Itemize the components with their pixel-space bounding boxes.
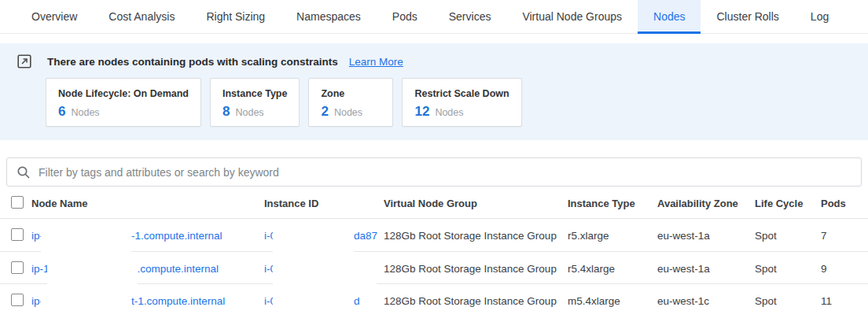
life-cycle-cell: Spot [755, 263, 821, 275]
tab-namespaces[interactable]: Namespaces [281, 0, 377, 33]
instance-id-suffix: d [354, 295, 360, 307]
tab-log[interactable]: Log [795, 0, 844, 33]
tab-label: Virtual Node Groups [522, 10, 622, 23]
search-icon [17, 165, 31, 179]
availability-zone-cell: eu-west-1a [657, 230, 755, 242]
card-title: Restrict Scale Down [414, 88, 509, 99]
pods-count-cell: 9 [821, 263, 868, 275]
instance-type-cell: r5.4xlarge [568, 263, 657, 275]
column-header-availability-zone: Availability Zone [657, 198, 755, 209]
constraint-card-restrict-scale-down[interactable]: Restrict Scale Down 12 Nodes [402, 78, 521, 127]
redaction-box [41, 284, 131, 318]
node-name-suffix: .compute.internal [138, 263, 219, 275]
table-row[interactable]: ip--1.compute.internal i-0da87 128Gb Roo… [0, 219, 868, 251]
instance-id-suffix: da87 [354, 230, 377, 242]
tab-nodes[interactable]: Nodes [638, 0, 701, 33]
table-header-row: Node Name Instance ID Virtual Node Group… [0, 189, 868, 219]
pods-count-cell: 11 [821, 295, 868, 307]
constraint-card-node-lifecycle[interactable]: Node Lifecycle: On Demand 6 Nodes [46, 78, 201, 127]
constraint-card-instance-type[interactable]: Instance Type 8 Nodes [210, 78, 300, 127]
card-title: Node Lifecycle: On Demand [58, 88, 189, 99]
tab-label: Right Sizing [206, 10, 265, 23]
tab-label: Cost Analysis [108, 10, 175, 23]
tab-virtual-node-groups[interactable]: Virtual Node Groups [506, 0, 638, 33]
redaction-box [47, 252, 138, 286]
card-unit-label: Nodes [334, 107, 362, 118]
row-checkbox[interactable] [11, 294, 24, 306]
column-header-virtual-node-group: Virtual Node Group [384, 198, 568, 209]
instance-id-link[interactable]: i-0da87 [264, 219, 384, 253]
nodes-table: Node Name Instance ID Virtual Node Group… [0, 189, 868, 316]
filter-search-box[interactable] [6, 157, 862, 187]
tab-label: Nodes [653, 10, 685, 23]
tab-label: Namespaces [296, 10, 361, 23]
table-row[interactable]: ip-1.compute.internal i-0 128Gb Root Sto… [0, 251, 868, 283]
card-title: Zone [321, 88, 381, 99]
scaling-constraints-banner: There are nodes containing pods with sca… [0, 43, 868, 140]
card-unit-label: Nodes [71, 107, 99, 118]
redaction-box [273, 284, 354, 318]
virtual-node-group-cell: 128Gb Root Storage Instance Group [384, 230, 568, 242]
virtual-node-group-cell: 128Gb Root Storage Instance Group [384, 263, 568, 275]
card-node-count: 12 [414, 104, 429, 120]
table-row[interactable]: ip-t-1.compute.internal i-0d 128Gb Root … [0, 283, 868, 316]
search-input[interactable] [39, 166, 851, 179]
tab-label: Overview [31, 10, 77, 23]
tab-label: Log [811, 10, 829, 23]
card-node-count: 6 [58, 104, 65, 120]
column-header-pods: Pods [821, 198, 868, 209]
column-header-instance-id: Instance ID [264, 198, 384, 209]
tab-services[interactable]: Services [433, 0, 507, 33]
column-header-node-name: Node Name [31, 198, 264, 209]
pods-count-cell: 7 [821, 230, 868, 242]
instance-type-cell: r5.xlarge [568, 230, 657, 242]
instance-id-link[interactable]: i-0d [264, 284, 384, 318]
node-name-suffix: -1.compute.internal [131, 230, 223, 242]
life-cycle-cell: Spot [755, 230, 821, 242]
scaling-constraints-icon [17, 54, 31, 68]
redaction-box [273, 219, 354, 253]
tab-cost-analysis[interactable]: Cost Analysis [93, 0, 190, 33]
tab-right-sizing[interactable]: Right Sizing [190, 0, 281, 33]
card-node-count: 2 [321, 104, 328, 120]
card-title: Instance Type [223, 88, 287, 99]
card-unit-label: Nodes [235, 107, 263, 118]
row-checkbox[interactable] [11, 228, 24, 241]
tab-overview[interactable]: Overview [16, 0, 93, 33]
cluster-tab-bar: Overview Cost Analysis Right Sizing Name… [0, 0, 868, 34]
instance-type-cell: m5.4xlarge [568, 295, 657, 307]
tab-cluster-rolls[interactable]: Cluster Rolls [701, 0, 794, 33]
instance-id-link[interactable]: i-0 [264, 252, 384, 286]
column-header-instance-type: Instance Type [568, 198, 657, 209]
node-name-suffix: t-1.compute.internal [131, 295, 225, 307]
tab-label: Services [449, 10, 491, 23]
virtual-node-group-cell: 128Gb Root Storage Instance Group [384, 295, 568, 307]
availability-zone-cell: eu-west-1c [657, 295, 755, 307]
learn-more-link[interactable]: Learn More [349, 56, 403, 68]
tab-label: Pods [392, 10, 417, 23]
availability-zone-cell: eu-west-1a [657, 263, 755, 275]
redaction-box [41, 219, 131, 253]
card-node-count: 8 [223, 104, 230, 120]
constraint-card-zone[interactable]: Zone 2 Nodes [308, 78, 393, 127]
tab-label: Cluster Rolls [716, 10, 778, 23]
life-cycle-cell: Spot [755, 295, 821, 307]
banner-message: There are nodes containing pods with sca… [47, 56, 338, 68]
tab-pods[interactable]: Pods [377, 0, 433, 33]
column-header-life-cycle: Life Cycle [755, 198, 821, 209]
node-name-link[interactable]: ip-t-1.compute.internal [31, 284, 264, 318]
select-all-checkbox[interactable] [11, 196, 24, 209]
redaction-box [273, 252, 377, 286]
node-name-link[interactable]: ip-1.compute.internal [31, 252, 264, 286]
card-unit-label: Nodes [435, 107, 463, 118]
row-checkbox[interactable] [11, 261, 24, 274]
node-name-link[interactable]: ip--1.compute.internal [31, 219, 264, 253]
